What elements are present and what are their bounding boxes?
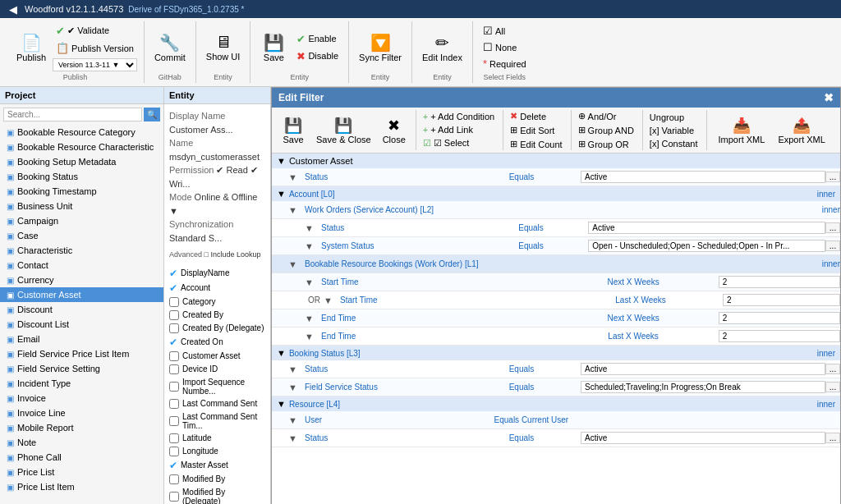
- edit-sort-button[interactable]: ⊞ Edit Sort: [507, 124, 565, 136]
- ca-expand[interactable]: ▼: [277, 156, 286, 166]
- group-or-button[interactable]: ⊞ Group OR: [575, 138, 637, 150]
- entity-field-account[interactable]: ✔Account: [164, 281, 270, 296]
- edit-count-button[interactable]: ⊞ Edit Count: [507, 138, 565, 150]
- value-btn-wo-sysstatus[interactable]: ...: [825, 241, 840, 251]
- field-checkbox[interactable]: [169, 351, 179, 361]
- field-br-start1[interactable]: Start Time: [318, 277, 548, 286]
- expand-br-start1[interactable]: ▼: [305, 277, 318, 287]
- sidebar-item-booking-timestamp[interactable]: ▣Booking Timestamp: [0, 184, 163, 199]
- expand-status1[interactable]: ▼: [288, 172, 301, 182]
- field-br[interactable]: Bookable Resource Bookings (Work Order) …: [301, 259, 650, 268]
- value-btn-bs-fsstatus[interactable]: ...: [825, 382, 840, 392]
- op-br-end1[interactable]: Next X Weeks: [548, 314, 718, 323]
- sidebar-item-invoice[interactable]: ▣Invoice: [0, 391, 163, 405]
- op-bs-status[interactable]: Equals: [462, 364, 581, 373]
- field-wo-status[interactable]: Status: [318, 223, 474, 232]
- bs-expand[interactable]: ▼: [277, 348, 286, 358]
- field-checkbox[interactable]: [169, 492, 179, 502]
- sidebar-item-booking-status[interactable]: ▣Booking Status: [0, 169, 163, 184]
- op-bs-fsstatus[interactable]: Equals: [462, 383, 581, 392]
- showui-button[interactable]: 🖥 Show UI: [203, 31, 244, 63]
- enable-button[interactable]: ✔ Enable: [293, 31, 342, 47]
- disable-button[interactable]: ✖ Disable: [293, 48, 342, 64]
- required-button[interactable]: * Required: [480, 56, 530, 71]
- entity-field-longitude[interactable]: Longitude: [164, 445, 270, 458]
- field-res-user[interactable]: User: [301, 415, 470, 424]
- dialog-save-close-button[interactable]: 💾 Save & Close: [311, 115, 376, 146]
- dialog-close-btn[interactable]: ✖ Close: [378, 115, 411, 146]
- value-status1[interactable]: [581, 171, 825, 183]
- value-btn-status1[interactable]: ...: [825, 172, 840, 182]
- field-wo-sysstatus[interactable]: System Status: [318, 241, 474, 250]
- publish-button[interactable]: 📄 Publish: [13, 31, 49, 64]
- entity-field-device-id[interactable]: Device ID: [164, 363, 270, 376]
- op-br-start1[interactable]: Next X Weeks: [548, 277, 718, 286]
- sidebar-item-bookable-resource-characteristic[interactable]: ▣Bookable Resource Characteristic: [0, 140, 163, 154]
- sidebar-item-discount[interactable]: ▣Discount: [0, 302, 163, 317]
- field-checkbox[interactable]: [169, 416, 179, 426]
- expand-wo[interactable]: ▼: [288, 205, 301, 215]
- entity-field-category[interactable]: Category: [164, 296, 270, 309]
- field-res-status[interactable]: Status: [301, 433, 462, 442]
- search-input[interactable]: [3, 108, 142, 121]
- export-xml-button[interactable]: 📤 Export XML: [773, 115, 830, 146]
- value-br-end2[interactable]: [719, 330, 840, 342]
- entity-field-last-command-sent[interactable]: Last Command Sent: [164, 397, 270, 410]
- entity-field-created-by[interactable]: Created By: [164, 309, 270, 322]
- search-button[interactable]: 🔍: [144, 108, 160, 121]
- op-wo-status[interactable]: Equals: [474, 223, 588, 232]
- field-checkbox[interactable]: [169, 399, 179, 409]
- bs-inner[interactable]: inner: [817, 349, 835, 358]
- entity-field-modified-by[interactable]: Modified By: [164, 473, 270, 486]
- andor-button[interactable]: ⊕ And/Or: [575, 110, 637, 122]
- op-br-end2[interactable]: Last X Weeks: [548, 332, 718, 341]
- expand-res-user[interactable]: ▼: [288, 415, 301, 425]
- sidebar-item-business-unit[interactable]: ▣Business Unit: [0, 199, 163, 213]
- entity-field-latitude[interactable]: Latitude: [164, 432, 270, 445]
- version-select[interactable]: Version 11.3-11 ▼: [53, 58, 137, 71]
- field-checkbox[interactable]: [169, 447, 179, 456]
- expand-br-end1[interactable]: ▼: [305, 314, 318, 323]
- sidebar-item-currency[interactable]: ▣Currency: [0, 273, 163, 287]
- sidebar-item-bookable-resource-category[interactable]: ▣Bookable Resource Category: [0, 125, 163, 140]
- entity-field-created-by-(delegate)[interactable]: Created By (Delegate): [164, 322, 270, 335]
- sidebar-item-booking-setup-metadata[interactable]: ▣Booking Setup Metadata: [0, 154, 163, 169]
- field-checkbox[interactable]: [169, 433, 179, 443]
- sidebar-item-invoice-line[interactable]: ▣Invoice Line: [0, 405, 163, 420]
- import-xml-button[interactable]: 📥 Import XML: [714, 115, 770, 146]
- value-btn-bs-status[interactable]: ...: [825, 364, 840, 374]
- value-bs-fsstatus[interactable]: [581, 381, 825, 393]
- expand-br-end2[interactable]: ▼: [305, 332, 318, 341]
- field-br-start2[interactable]: Start Time: [337, 296, 558, 305]
- sidebar-item-campaign[interactable]: ▣Campaign: [0, 213, 163, 228]
- op-status1[interactable]: Equals: [462, 172, 581, 181]
- sidebar-item-field-service-price-list-item[interactable]: ▣Field Service Price List Item: [0, 346, 163, 361]
- value-wo-sysstatus[interactable]: [588, 240, 825, 252]
- sidebar-item-discount-list[interactable]: ▣Discount List: [0, 317, 163, 332]
- op-wo-sysstatus[interactable]: Equals: [474, 241, 588, 250]
- field-bs-fsstatus[interactable]: Field Service Status: [301, 383, 462, 392]
- field-checkbox[interactable]: [169, 364, 179, 374]
- ungroup-button[interactable]: Ungroup: [646, 112, 701, 123]
- op-res-status[interactable]: Equals: [462, 433, 581, 442]
- validate-button[interactable]: ✔ ✔ Validate: [53, 23, 137, 39]
- select-button[interactable]: ☑ ☑ Select: [420, 137, 498, 149]
- field-checkbox[interactable]: [169, 297, 179, 307]
- section-account-l0[interactable]: ▼ Account [L0] inner: [272, 186, 840, 201]
- back-btn[interactable]: ◀: [7, 3, 20, 16]
- section-booking-status[interactable]: ▼ Booking Status [L3] inner: [272, 346, 840, 360]
- field-status1[interactable]: Status: [301, 172, 462, 181]
- acc-expand[interactable]: ▼: [277, 189, 286, 199]
- sidebar-item-contact[interactable]: ▣Contact: [0, 258, 163, 273]
- entity-field-modified-by-(delegate)[interactable]: Modified By (Delegate): [164, 486, 270, 505]
- expand-bs-status[interactable]: ▼: [288, 364, 301, 374]
- entity-field-master-asset[interactable]: ✔Master Asset: [164, 458, 270, 473]
- value-btn-wo-status[interactable]: ...: [825, 222, 840, 233]
- section-resource-l4[interactable]: ▼ Resource [L4] inner: [272, 396, 840, 411]
- field-br-end1[interactable]: End Time: [318, 314, 548, 323]
- value-br-end1[interactable]: [719, 312, 840, 324]
- constant-button[interactable]: [x] Constant: [646, 138, 701, 149]
- br-inner[interactable]: inner: [822, 259, 840, 268]
- sidebar-item-mobile-report[interactable]: ▣Mobile Report: [0, 420, 163, 435]
- none-button[interactable]: ☐ None: [480, 39, 520, 55]
